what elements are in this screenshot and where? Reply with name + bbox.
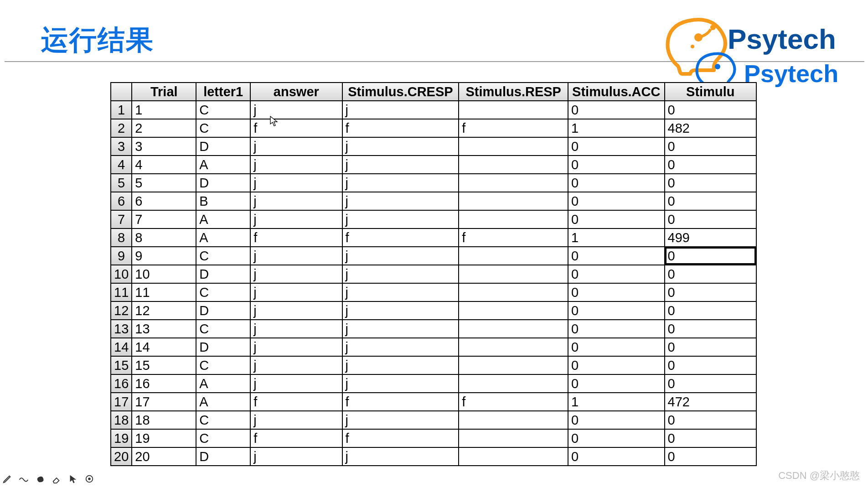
- cell-cresp[interactable]: j: [342, 447, 459, 466]
- cell-letter1[interactable]: A: [196, 210, 250, 228]
- cell-acc[interactable]: 0: [568, 174, 664, 192]
- cell-answer[interactable]: j: [250, 101, 342, 119]
- row-number[interactable]: 16: [111, 374, 132, 393]
- cell-trial[interactable]: 20: [132, 447, 196, 466]
- cell-trial[interactable]: 10: [132, 265, 196, 283]
- cell-rt[interactable]: 0: [665, 174, 756, 192]
- cell-resp[interactable]: f: [459, 119, 568, 137]
- cell-acc[interactable]: 0: [568, 210, 664, 228]
- cell-cresp[interactable]: f: [342, 393, 459, 411]
- cell-rt[interactable]: 472: [665, 393, 756, 411]
- cell-answer[interactable]: j: [250, 356, 342, 374]
- cell-acc[interactable]: 0: [568, 192, 664, 210]
- cell-trial[interactable]: 9: [132, 247, 196, 265]
- pointer-icon[interactable]: [67, 473, 78, 484]
- col-head-answer[interactable]: answer: [250, 83, 342, 101]
- cell-resp[interactable]: [459, 265, 568, 283]
- cell-trial[interactable]: 2: [132, 119, 196, 137]
- cell-trial[interactable]: 5: [132, 174, 196, 192]
- cell-answer[interactable]: j: [250, 374, 342, 393]
- cell-cresp[interactable]: j: [342, 411, 459, 429]
- row-number[interactable]: 8: [111, 228, 132, 247]
- cell-cresp[interactable]: j: [342, 174, 459, 192]
- cell-letter1[interactable]: C: [196, 356, 250, 374]
- row-number[interactable]: 12: [111, 301, 132, 320]
- cell-letter1[interactable]: A: [196, 374, 250, 393]
- cell-answer[interactable]: j: [250, 301, 342, 320]
- eraser-icon[interactable]: [51, 473, 62, 484]
- cell-rt[interactable]: 0: [665, 137, 756, 156]
- row-number[interactable]: 17: [111, 393, 132, 411]
- row-number[interactable]: 19: [111, 429, 132, 447]
- row-number[interactable]: 20: [111, 447, 132, 466]
- cell-acc[interactable]: 0: [568, 156, 664, 174]
- cell-letter1[interactable]: C: [196, 247, 250, 265]
- cell-letter1[interactable]: A: [196, 393, 250, 411]
- cell-rt[interactable]: 0: [665, 411, 756, 429]
- cell-trial[interactable]: 16: [132, 374, 196, 393]
- cell-rt[interactable]: 482: [665, 119, 756, 137]
- cell-cresp[interactable]: j: [342, 356, 459, 374]
- cell-cresp[interactable]: j: [342, 247, 459, 265]
- cell-acc[interactable]: 0: [568, 320, 664, 338]
- cell-acc[interactable]: 0: [568, 137, 664, 156]
- cell-rt[interactable]: 499: [665, 228, 756, 247]
- cell-cresp[interactable]: j: [342, 156, 459, 174]
- col-head-trial[interactable]: Trial: [132, 83, 196, 101]
- row-number[interactable]: 1: [111, 101, 132, 119]
- cell-trial[interactable]: 18: [132, 411, 196, 429]
- col-head-rownum[interactable]: [111, 83, 132, 101]
- cell-letter1[interactable]: B: [196, 192, 250, 210]
- row-number[interactable]: 2: [111, 119, 132, 137]
- cell-answer[interactable]: j: [250, 210, 342, 228]
- cell-rt[interactable]: 0: [665, 156, 756, 174]
- cell-letter1[interactable]: C: [196, 283, 250, 301]
- cell-resp[interactable]: [459, 156, 568, 174]
- record-icon[interactable]: [84, 473, 95, 484]
- cell-resp[interactable]: [459, 429, 568, 447]
- cell-acc[interactable]: 0: [568, 447, 664, 466]
- row-number[interactable]: 13: [111, 320, 132, 338]
- cell-resp[interactable]: [459, 210, 568, 228]
- row-number[interactable]: 9: [111, 247, 132, 265]
- blob-icon[interactable]: [35, 473, 46, 484]
- row-number[interactable]: 4: [111, 156, 132, 174]
- cell-answer[interactable]: f: [250, 228, 342, 247]
- col-head-letter1[interactable]: letter1: [196, 83, 250, 101]
- cell-trial[interactable]: 19: [132, 429, 196, 447]
- row-number[interactable]: 5: [111, 174, 132, 192]
- cell-rt[interactable]: 0: [665, 301, 756, 320]
- cell-resp[interactable]: [459, 320, 568, 338]
- cell-letter1[interactable]: A: [196, 156, 250, 174]
- cell-rt[interactable]: 0: [665, 338, 756, 356]
- cell-acc[interactable]: 0: [568, 338, 664, 356]
- cell-rt[interactable]: 0: [665, 356, 756, 374]
- cell-cresp[interactable]: j: [342, 137, 459, 156]
- cell-letter1[interactable]: D: [196, 174, 250, 192]
- row-number[interactable]: 14: [111, 338, 132, 356]
- col-head-resp[interactable]: Stimulus.RESP: [459, 83, 568, 101]
- cell-trial[interactable]: 6: [132, 192, 196, 210]
- cell-acc[interactable]: 0: [568, 247, 664, 265]
- cell-cresp[interactable]: j: [342, 320, 459, 338]
- cell-answer[interactable]: j: [250, 338, 342, 356]
- cell-letter1[interactable]: D: [196, 301, 250, 320]
- cell-letter1[interactable]: A: [196, 228, 250, 247]
- cell-rt[interactable]: 0: [665, 374, 756, 393]
- cell-rt[interactable]: 0: [665, 247, 756, 265]
- data-table[interactable]: Trial letter1 answer Stimulus.CRESP Stim…: [110, 82, 757, 466]
- cell-resp[interactable]: [459, 411, 568, 429]
- cell-trial[interactable]: 13: [132, 320, 196, 338]
- cell-acc[interactable]: 0: [568, 283, 664, 301]
- cell-acc[interactable]: 0: [568, 265, 664, 283]
- col-head-rt[interactable]: Stimulu: [665, 83, 756, 101]
- cell-rt[interactable]: 0: [665, 320, 756, 338]
- cell-cresp[interactable]: j: [342, 210, 459, 228]
- cell-cresp[interactable]: j: [342, 265, 459, 283]
- cell-letter1[interactable]: D: [196, 447, 250, 466]
- col-head-cresp[interactable]: Stimulus.CRESP: [342, 83, 459, 101]
- cell-rt[interactable]: 0: [665, 429, 756, 447]
- cell-trial[interactable]: 4: [132, 156, 196, 174]
- cell-rt[interactable]: 0: [665, 447, 756, 466]
- cell-answer[interactable]: j: [250, 156, 342, 174]
